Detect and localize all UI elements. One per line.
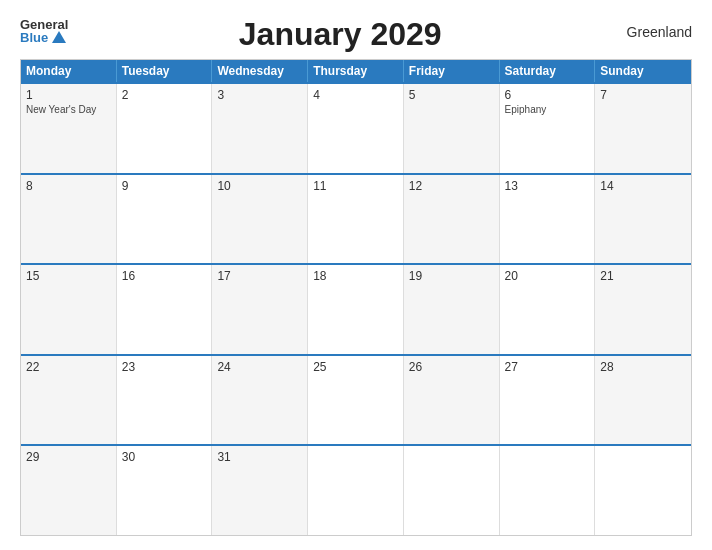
day-number: 22 [26,360,111,374]
day-number: 16 [122,269,207,283]
day-number: 14 [600,179,686,193]
day-cell: 25 [308,356,404,445]
day-cell: 29 [21,446,117,535]
day-cell: 10 [212,175,308,264]
day-header-tuesday: Tuesday [117,60,213,82]
day-cell: 23 [117,356,213,445]
day-cell: 12 [404,175,500,264]
day-number: 19 [409,269,494,283]
day-number: 8 [26,179,111,193]
day-cell: 15 [21,265,117,354]
day-number: 3 [217,88,302,102]
day-cell: 8 [21,175,117,264]
day-cell [404,446,500,535]
logo-blue-row: Blue [20,31,66,44]
day-number: 21 [600,269,686,283]
week-row-3: 15161718192021 [21,263,691,354]
day-cell: 6Epiphany [500,84,596,173]
week-row-4: 22232425262728 [21,354,691,445]
day-number: 2 [122,88,207,102]
day-cell: 22 [21,356,117,445]
day-number: 23 [122,360,207,374]
logo-blue-text: Blue [20,31,48,44]
day-cell: 5 [404,84,500,173]
day-cell: 13 [500,175,596,264]
day-number: 4 [313,88,398,102]
day-cell: 19 [404,265,500,354]
day-number: 20 [505,269,590,283]
day-cell: 26 [404,356,500,445]
day-number: 28 [600,360,686,374]
day-cell: 31 [212,446,308,535]
day-cell: 11 [308,175,404,264]
week-row-2: 891011121314 [21,173,691,264]
day-number: 17 [217,269,302,283]
day-cell: 21 [595,265,691,354]
day-number: 10 [217,179,302,193]
day-number: 30 [122,450,207,464]
day-number: 12 [409,179,494,193]
day-headers-row: MondayTuesdayWednesdayThursdayFridaySatu… [21,60,691,82]
day-number: 11 [313,179,398,193]
week-row-5: 293031 [21,444,691,535]
day-header-saturday: Saturday [500,60,596,82]
day-cell: 20 [500,265,596,354]
day-cell: 9 [117,175,213,264]
day-number: 24 [217,360,302,374]
day-cell [500,446,596,535]
day-cell: 7 [595,84,691,173]
day-number: 26 [409,360,494,374]
day-header-wednesday: Wednesday [212,60,308,82]
day-event-label: Epiphany [505,104,590,115]
day-number: 5 [409,88,494,102]
day-number: 18 [313,269,398,283]
calendar-title: January 2029 [68,16,612,53]
logo-triangle-icon [52,31,66,43]
day-cell [308,446,404,535]
day-cell: 3 [212,84,308,173]
day-header-sunday: Sunday [595,60,691,82]
day-cell [595,446,691,535]
day-number: 25 [313,360,398,374]
day-number: 6 [505,88,590,102]
day-cell: 18 [308,265,404,354]
week-row-1: 1New Year's Day23456Epiphany7 [21,82,691,173]
day-number: 31 [217,450,302,464]
header: General Blue January 2029 Greenland [20,18,692,53]
day-number: 29 [26,450,111,464]
day-cell: 4 [308,84,404,173]
calendar-grid: MondayTuesdayWednesdayThursdayFridaySatu… [20,59,692,536]
day-event-label: New Year's Day [26,104,111,115]
logo: General Blue [20,18,68,44]
day-number: 7 [600,88,686,102]
day-cell: 27 [500,356,596,445]
calendar-weeks: 1New Year's Day23456Epiphany789101112131… [21,82,691,535]
day-cell: 28 [595,356,691,445]
region-label: Greenland [612,24,692,40]
day-number: 1 [26,88,111,102]
day-header-friday: Friday [404,60,500,82]
day-cell: 16 [117,265,213,354]
day-header-monday: Monday [21,60,117,82]
calendar-page: General Blue January 2029 Greenland Mond… [0,0,712,550]
day-cell: 2 [117,84,213,173]
day-header-thursday: Thursday [308,60,404,82]
day-number: 15 [26,269,111,283]
day-cell: 17 [212,265,308,354]
day-cell: 30 [117,446,213,535]
day-cell: 1New Year's Day [21,84,117,173]
day-number: 9 [122,179,207,193]
day-cell: 14 [595,175,691,264]
day-number: 27 [505,360,590,374]
day-number: 13 [505,179,590,193]
day-cell: 24 [212,356,308,445]
